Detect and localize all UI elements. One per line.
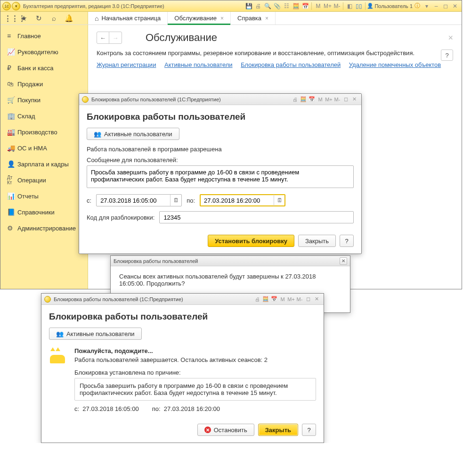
- calendar-icon[interactable]: 📅: [308, 96, 316, 103]
- set-block-button[interactable]: Установить блокировку: [208, 235, 294, 247]
- content-header: ← → Обслуживание ×: [97, 32, 453, 44]
- close-tab-icon[interactable]: ×: [220, 15, 224, 22]
- sidebar-item-catalogs[interactable]: 📘Справочники: [0, 204, 88, 220]
- m-plus-icon[interactable]: M+: [287, 295, 295, 303]
- sidebar-item-reports[interactable]: 📊Отчеты: [0, 188, 88, 204]
- bell-icon[interactable]: 🔔: [65, 14, 73, 23]
- help-button[interactable]: ?: [302, 424, 316, 436]
- close-button[interactable]: Закрыть: [258, 424, 298, 436]
- history-icon[interactable]: ↻: [34, 14, 43, 23]
- calendar-icon[interactable]: 📅: [270, 295, 278, 303]
- help-button[interactable]: ?: [441, 49, 453, 61]
- separator: [343, 2, 343, 10]
- sidebar-label: Продажи: [17, 81, 43, 88]
- code-label: Код для разблокировки:: [87, 214, 154, 221]
- sidebar-item-hr[interactable]: 👤Зарплата и кадры: [0, 156, 88, 172]
- print-icon[interactable]: 🖨: [254, 2, 262, 10]
- tab-help[interactable]: Справка ×: [231, 12, 276, 25]
- link-block-users[interactable]: Блокировка работы пользователей: [241, 61, 341, 68]
- m-plus-icon[interactable]: M+: [325, 96, 333, 103]
- app-title-bar: 1c ▾ Бухгалтерия предприятия, редакция 3…: [0, 0, 462, 12]
- m-icon[interactable]: M: [279, 295, 286, 303]
- m-icon[interactable]: M: [314, 2, 322, 10]
- close-page-icon[interactable]: ×: [448, 33, 453, 43]
- preview-icon[interactable]: 🔍: [263, 2, 272, 10]
- maximize-icon[interactable]: ◻: [441, 2, 450, 10]
- m-minus-icon[interactable]: M-: [333, 2, 341, 10]
- link-log[interactable]: Журнал регистрации: [97, 61, 156, 68]
- tab-home[interactable]: ⌂ Начальная страница: [88, 12, 168, 25]
- close-icon[interactable]: ✕: [313, 295, 320, 303]
- confirm-title: Блокировка работы пользователей: [114, 258, 198, 264]
- panels-icon[interactable]: ▯▯: [355, 2, 363, 10]
- back-arrow-icon[interactable]: ←: [97, 32, 109, 43]
- dialog-title-bar: Блокировка работы пользователей (1С:Пред…: [79, 94, 361, 105]
- close-button[interactable]: Закрыть: [298, 235, 336, 247]
- link-active-users[interactable]: Активные пользователи: [164, 61, 233, 68]
- m-minus-icon[interactable]: M-: [296, 295, 303, 303]
- code-row: Код для разблокировки:: [87, 211, 354, 223]
- apps-icon[interactable]: ⋮⋮⋮: [4, 14, 13, 23]
- compare-icon[interactable]: ☷: [282, 2, 291, 10]
- separator: [311, 2, 312, 10]
- sidebar-item-warehouse[interactable]: 🏢Склад: [0, 108, 88, 124]
- calendar-picker-icon[interactable]: 🗓: [170, 195, 181, 206]
- calendar-icon[interactable]: 📅: [301, 2, 309, 10]
- sidebar-item-sales[interactable]: 🛍Продажи: [0, 76, 88, 92]
- to-date-field: 🗓: [200, 194, 285, 206]
- block-progress-dialog: Блокировка работы пользователей (1С:Пред…: [41, 293, 324, 443]
- sidebar-item-manager[interactable]: 📈Руководителю: [0, 44, 88, 60]
- calculator-icon[interactable]: 🧮: [262, 295, 269, 303]
- to-label: по:: [152, 405, 161, 412]
- sidebar-item-admin[interactable]: ⚙Администрирование: [0, 220, 88, 236]
- user-chip[interactable]: Пользователь 1: [367, 3, 413, 9]
- print-icon[interactable]: 🖨: [253, 295, 261, 303]
- active-users-button[interactable]: 👥 Активные пользователи: [87, 128, 179, 140]
- calculator-icon[interactable]: 🧮: [300, 96, 307, 103]
- reason-text: Просьба завершить работу в программе до …: [74, 378, 316, 401]
- search-icon[interactable]: ⌕: [49, 14, 58, 22]
- sidebar-item-operations[interactable]: ДтКтОперации: [0, 172, 88, 188]
- sidebar-item-purchases[interactable]: 🛒Покупки: [0, 92, 88, 108]
- m-plus-icon[interactable]: M+: [323, 2, 332, 10]
- calculator-icon[interactable]: 🧮: [292, 2, 300, 10]
- m-icon[interactable]: M: [317, 96, 324, 103]
- sidebar-item-production[interactable]: 🏭Производство: [0, 124, 88, 140]
- tab-label: Обслуживание: [174, 15, 217, 22]
- users-icon: 👥: [56, 330, 64, 337]
- close-icon[interactable]: ✕: [350, 96, 358, 103]
- close-icon[interactable]: ✕: [340, 257, 347, 265]
- code-input[interactable]: [159, 211, 354, 223]
- close-icon[interactable]: ✕: [451, 2, 459, 10]
- message-input[interactable]: [87, 165, 354, 188]
- link-row: Журнал регистрации Активные пользователи…: [97, 61, 453, 68]
- print-icon[interactable]: 🖨: [291, 96, 299, 103]
- info-icon[interactable]: ⓘ: [413, 2, 422, 10]
- favorite-icon[interactable]: ★: [19, 14, 28, 23]
- sidebar-item-bank[interactable]: ₽Банк и касса: [0, 60, 88, 76]
- tab-service[interactable]: Обслуживание ×: [168, 12, 231, 25]
- from-date-input[interactable]: [96, 194, 182, 206]
- sidebar-label: ОС и НМА: [17, 145, 47, 152]
- m-minus-icon[interactable]: M-: [333, 96, 341, 103]
- to-date-input[interactable]: [200, 194, 285, 206]
- help-button[interactable]: ?: [340, 235, 354, 247]
- link-delete-marked[interactable]: Удаление помеченных объектов: [349, 61, 441, 68]
- calendar-picker-icon[interactable]: 🗓: [274, 195, 285, 206]
- close-tab-icon[interactable]: ×: [265, 15, 268, 22]
- maximize-icon[interactable]: ◻: [304, 295, 312, 303]
- stop-button[interactable]: ✕ Остановить: [197, 424, 254, 436]
- dropdown-icon[interactable]: ▾: [12, 2, 20, 10]
- save-icon[interactable]: 💾: [244, 2, 253, 10]
- attach-icon[interactable]: 📎: [273, 2, 281, 10]
- more-icon[interactable]: ▾: [422, 2, 431, 10]
- active-users-button[interactable]: 👥 Активные пользователи: [49, 328, 142, 340]
- sidebar-item-assets[interactable]: 🚚ОС и НМА: [0, 140, 88, 156]
- forward-arrow-icon[interactable]: →: [109, 32, 122, 43]
- layout-icon[interactable]: ◧: [345, 2, 354, 10]
- separator: [365, 2, 366, 10]
- block-users-dialog: Блокировка работы пользователей (1С:Пред…: [79, 93, 362, 254]
- minimize-icon[interactable]: –: [432, 2, 440, 10]
- maximize-icon[interactable]: ◻: [342, 96, 349, 103]
- sidebar-item-main[interactable]: ≡Главное: [0, 28, 88, 44]
